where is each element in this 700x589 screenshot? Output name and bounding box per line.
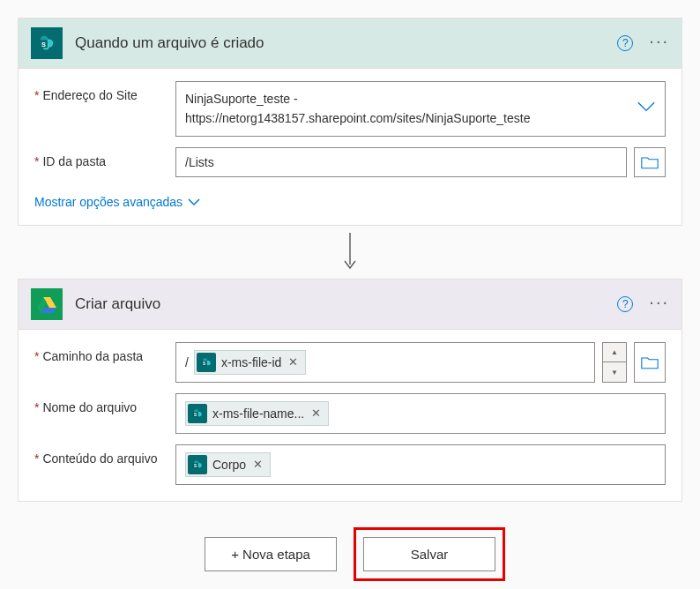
action-header[interactable]: Criar arquivo ? ··· [19,280,681,330]
site-name-text: NinjaSuporte_teste - [185,89,629,108]
token-body[interactable]: S Corpo ✕ [185,452,271,477]
trigger-body: *Endereço do Site NinjaSuporte_teste - h… [19,69,681,225]
trigger-header[interactable]: S Quando um arquivo é criado ? ··· [19,19,681,69]
save-button[interactable]: Salvar [363,537,495,571]
chevron-down-icon[interactable] [637,99,656,118]
token-label: x-ms-file-id [221,355,281,369]
file-name-label: *Nome do arquivo [34,393,167,414]
svg-text:S: S [194,412,197,416]
googledrive-icon [31,288,63,320]
show-advanced-link[interactable]: Mostrar opções avançadas [34,195,200,209]
stepper-up-icon[interactable]: ▲ [603,343,626,363]
more-menu-icon[interactable]: ··· [649,293,669,316]
token-remove-icon[interactable]: ✕ [287,355,300,369]
folder-path-label: *Caminho da pasta [34,342,167,363]
new-step-button[interactable]: + Nova etapa [205,537,337,571]
sharepoint-icon: S [31,27,63,59]
footer-actions: + Nova etapa Salvar [18,502,682,580]
token-remove-icon[interactable]: ✕ [251,458,264,471]
site-address-dropdown[interactable]: NinjaSuporte_teste - https://netorg14381… [175,81,666,137]
more-menu-icon[interactable]: ··· [649,32,669,55]
action-card: Criar arquivo ? ··· *Caminho da pasta / … [18,279,682,502]
chevron-down-icon [188,198,200,206]
trigger-card: S Quando um arquivo é criado ? ··· *Ende… [18,18,682,226]
folder-id-value: /Lists [185,155,214,169]
svg-text:S: S [203,361,205,365]
folder-picker-button[interactable] [634,342,666,383]
folder-picker-button[interactable] [634,147,666,177]
sharepoint-token-icon: S [188,455,207,474]
sharepoint-token-icon: S [188,404,207,423]
action-title: Criar arquivo [75,295,617,313]
svg-text:S: S [41,41,46,48]
trigger-title: Quando um arquivo é criado [75,34,617,52]
number-stepper[interactable]: ▲ ▼ [602,342,627,383]
help-icon[interactable]: ? [617,35,633,51]
folder-id-label: *ID da pasta [34,147,167,168]
path-prefix: / [185,355,189,369]
stepper-down-icon[interactable]: ▼ [603,362,626,382]
folder-path-input[interactable]: / S x-ms-file-id ✕ [175,342,595,383]
sharepoint-token-icon: S [197,353,216,372]
help-icon[interactable]: ? [617,296,633,312]
site-address-label: *Endereço do Site [34,81,167,102]
flow-arrow [18,226,682,279]
token-label: x-ms-file-name... [212,406,304,421]
token-label: Corpo [212,458,246,472]
token-file-name[interactable]: S x-ms-file-name... ✕ [185,401,329,426]
token-remove-icon[interactable]: ✕ [309,406,323,420]
action-body: *Caminho da pasta / S x-ms-file-id ✕ [19,330,681,501]
site-url-text: https://netorg1438157.sharepoint.com/sit… [185,108,629,128]
file-content-input[interactable]: S Corpo ✕ [175,444,666,485]
svg-text:S: S [194,463,197,467]
folder-id-input[interactable]: /Lists [175,147,627,177]
file-content-label: *Conteúdo do arquivo [34,444,167,466]
file-name-input[interactable]: S x-ms-file-name... ✕ [175,393,666,434]
token-file-id[interactable]: S x-ms-file-id ✕ [194,350,306,375]
